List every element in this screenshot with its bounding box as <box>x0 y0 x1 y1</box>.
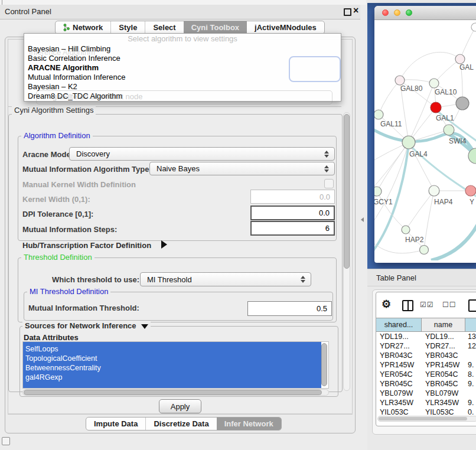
table-row[interactable]: YBR045CYBR045C9. <box>376 379 476 389</box>
sources-group-title[interactable]: Sources for Network Inference <box>22 322 151 330</box>
node-bottom[interactable] <box>420 246 429 255</box>
table-rows: YDL19...YDL19...13 YDR27...YDR27...12 YB… <box>376 332 476 415</box>
node-gal1-red[interactable] <box>431 102 441 113</box>
node-gal10[interactable] <box>429 79 439 88</box>
kernel-width-field[interactable]: 0.0 <box>250 190 335 204</box>
node-hap2[interactable] <box>402 226 410 234</box>
dropdown-item[interactable]: Bayesian – Hill Climbing <box>24 44 341 54</box>
settings-scrollbar-thumb[interactable] <box>344 114 350 269</box>
attribute-list-hscrollbar-thumb[interactable] <box>24 390 322 395</box>
table-row[interactable]: YIL053CYIL053C0. <box>376 407 476 415</box>
right-pane: GAL GAL80 GAL10 GAL1 GAL11 SWI4 GAL4 GCY… <box>367 0 476 450</box>
node-label: GAL4 <box>409 150 428 158</box>
column-header-extra[interactable] <box>465 318 476 331</box>
cell: YBR043C <box>422 351 465 360</box>
cell: YIL053C <box>376 407 422 415</box>
cell: YBL079W <box>422 389 465 398</box>
dropdown-item[interactable]: Dream8 DC_TDC Algorithm <box>24 92 341 101</box>
cell: YBR043C <box>376 351 422 360</box>
mi-steps-field[interactable]: 6 <box>250 221 335 236</box>
data-attributes-label: Data Attributes <box>24 333 79 342</box>
hub-definition-label[interactable]: Hub/Transcription Factor Definition <box>22 241 151 250</box>
float-window-icon[interactable] <box>344 8 351 16</box>
list-item[interactable]: TopologicalCoefficient <box>23 354 321 363</box>
tab-jactivemnodules[interactable]: jActiveMNodules <box>247 21 324 34</box>
list-item[interactable]: BetweennessCentrality <box>23 363 321 373</box>
cell: 12 <box>465 341 476 351</box>
network-icon <box>63 24 70 31</box>
node-swi4[interactable] <box>444 125 454 135</box>
dropdown-item[interactable]: Basic Correlation Inference <box>24 54 341 63</box>
table-hscrollbar[interactable] <box>377 416 476 422</box>
tab-jactivemnodules-label: jActiveMNodules <box>255 23 317 32</box>
node-gal4[interactable] <box>402 136 415 149</box>
mi-algorithm-type-label: Mutual Information Algorithm Type: <box>22 165 152 174</box>
tab-select[interactable]: Select <box>145 21 183 34</box>
close-icon[interactable]: × <box>353 5 358 16</box>
table-row[interactable]: YDL19...YDL19...13 <box>376 332 476 341</box>
expand-arrow-icon[interactable] <box>161 240 167 249</box>
table-hscrollbar-thumb[interactable] <box>379 417 467 420</box>
network-canvas[interactable]: GAL GAL80 GAL10 GAL1 GAL11 SWI4 GAL4 GCY… <box>374 20 476 260</box>
attribute-list-scrollbar-thumb[interactable] <box>321 343 327 386</box>
tab-cyni-toolbox[interactable]: Cyni Toolbox <box>184 21 247 34</box>
table-row[interactable]: YER054CYER054C8. <box>376 370 476 379</box>
mi-algorithm-type-select[interactable]: Naive Bayes <box>149 162 335 175</box>
tab-impute-data[interactable]: Impute Data <box>86 418 145 430</box>
cell: YPR145W <box>422 360 465 370</box>
manual-kernel-width-checkbox[interactable] <box>324 179 334 188</box>
table-row[interactable]: YBR043CYBR043C <box>376 351 476 360</box>
close-traffic-light-icon[interactable] <box>382 9 389 16</box>
bottom-separator <box>8 413 353 414</box>
tab-infer-network[interactable]: Infer Network <box>217 418 281 430</box>
panel-grip-icon[interactable] <box>2 437 10 445</box>
mi-threshold-group-title: MI Threshold Definition <box>27 288 110 296</box>
app-root: Control Panel × Network Style Select Cyn… <box>0 0 476 450</box>
checked-boxes-icon[interactable]: ☑☑ <box>420 301 434 309</box>
table-row[interactable]: YDR27...YDR27...12 <box>376 341 476 351</box>
dropdown-item[interactable]: Mutual Information Inference <box>24 73 341 82</box>
panel-splitter[interactable] <box>360 5 367 450</box>
zoom-traffic-light-icon[interactable] <box>406 9 412 16</box>
dropdown-item[interactable]: Bayesian – K2 <box>24 82 341 92</box>
dpi-tolerance-field[interactable]: 0.0 <box>250 206 335 220</box>
tab-style[interactable]: Style <box>110 21 145 34</box>
cell: YBL079W <box>376 389 422 398</box>
dropdown-item-selected[interactable]: ARACNE Algorithm <box>24 63 341 73</box>
page-icon[interactable] <box>468 299 476 312</box>
node-top-right[interactable] <box>471 23 476 31</box>
table-row[interactable]: YPR145WYPR145W9. <box>376 360 476 370</box>
cell: YDL19... <box>422 332 465 341</box>
gear-icon[interactable]: ⚙ <box>382 298 391 311</box>
algorithm-definition-title: Algorithm Definition <box>21 132 93 140</box>
splitter-handle[interactable] <box>361 217 364 222</box>
which-threshold-select[interactable]: MI Threshold <box>140 272 311 286</box>
node-gray[interactable] <box>456 97 469 110</box>
tab-infer-network-label: Infer Network <box>224 419 273 428</box>
cell: YLR345W <box>422 398 465 407</box>
network-window-titlebar[interactable] <box>374 6 476 20</box>
list-item[interactable]: gal4RGexp <box>23 373 321 382</box>
node-gal80[interactable] <box>395 76 405 85</box>
mi-threshold-field[interactable]: 0.5 <box>247 301 332 316</box>
list-item[interactable]: SelfLoops <box>23 344 321 354</box>
data-attributes-list[interactable]: SelfLoops TopologicalCoefficient Between… <box>22 341 329 389</box>
columns-icon[interactable] <box>402 300 413 311</box>
table-row[interactable]: YBL079WYBL079W <box>376 389 476 398</box>
table-row[interactable]: YLR345WYLR345W9. <box>376 398 476 407</box>
node-salmon[interactable] <box>465 185 476 196</box>
aracne-mode-select[interactable]: Discovery <box>69 147 335 161</box>
apply-button[interactable]: Apply <box>159 399 201 413</box>
cell: 9. <box>465 398 476 407</box>
node-gcy1[interactable] <box>374 187 382 196</box>
minimize-traffic-light-icon[interactable] <box>394 9 400 16</box>
node-hap4[interactable] <box>429 185 439 196</box>
node-label: GAL10 <box>435 88 457 96</box>
unchecked-boxes-icon[interactable]: ☐☐ <box>442 301 457 309</box>
node-gal11[interactable] <box>374 110 383 119</box>
tab-network[interactable]: Network <box>56 21 110 34</box>
column-header-shared[interactable]: shared... <box>376 318 422 331</box>
tab-discretize-data[interactable]: Discretize Data <box>145 418 216 430</box>
node-gal-partial[interactable] <box>455 54 465 64</box>
column-header-name[interactable]: name <box>422 318 465 331</box>
